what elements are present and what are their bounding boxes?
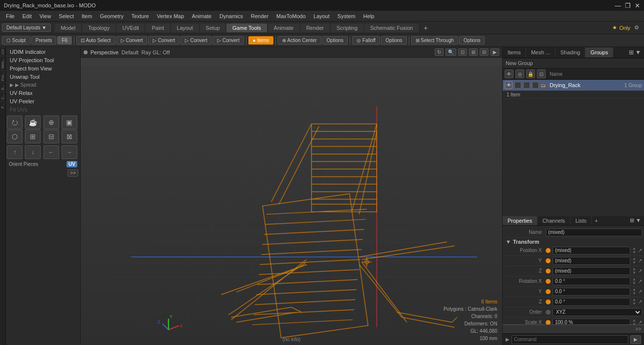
left-side-tab-color[interactable]: C... [0, 92, 5, 101]
group-lock-btn[interactable]: 🔒 [526, 69, 535, 78]
tab-topology[interactable]: Topology [82, 23, 115, 32]
props-expand-btn[interactable]: ⊞ ▼ [627, 216, 644, 225]
convert-btn-2[interactable]: ▷ Convert [148, 36, 179, 45]
uv-peeler-btn[interactable]: UV Peeler [7, 97, 79, 105]
f6-btn[interactable]: F6 [57, 36, 72, 45]
vp-minus-btn[interactable]: ⊟ [480, 48, 489, 56]
group-item-checkbox-2[interactable] [523, 82, 530, 89]
pos-y-link-icon[interactable]: ↗ [638, 258, 642, 263]
left-side-tab-edge[interactable]: E... [0, 82, 5, 92]
udim-indicator-btn[interactable]: UDIM Indicator [7, 48, 79, 56]
project-from-view-btn[interactable]: Project from View [7, 65, 79, 72]
falloff-btn[interactable]: ◎ Falloff [352, 36, 380, 45]
scale-x-dot[interactable] [546, 320, 551, 325]
menu-select[interactable]: Select [55, 12, 78, 20]
convert-btn-4[interactable]: ▷ Convert [213, 36, 244, 45]
options-btn-1[interactable]: Options [322, 36, 348, 45]
group-item-vis-icon[interactable]: 👁 [505, 81, 512, 89]
menu-texture[interactable]: Texture [128, 12, 153, 20]
rotation-x-dot[interactable] [546, 279, 551, 284]
rot-x-link-icon[interactable]: ↗ [638, 278, 642, 284]
rotation-y-value[interactable]: 0.0 ° [553, 288, 630, 296]
scale-x-value[interactable]: 100.0 % [553, 319, 630, 325]
expand-btn[interactable]: >> [67, 169, 78, 177]
arrow-down-btn[interactable]: ↓ [25, 145, 41, 159]
pos-x-link-icon[interactable]: ↗ [638, 248, 642, 253]
viewport-canvas[interactable]: X Z Y [81, 58, 502, 345]
pos-z-down-arrow[interactable]: ▼ [632, 271, 636, 275]
items-btn[interactable]: ● Items [248, 36, 273, 45]
tab-plus-btn[interactable]: + [420, 23, 431, 33]
uv-projection-tool-btn[interactable]: UV Projection Tool [7, 56, 79, 64]
rotation-x-value[interactable]: 0.0 ° [553, 277, 630, 285]
menu-file[interactable]: File [2, 12, 19, 20]
select-through-btn[interactable]: ⊞ Select Through [411, 36, 458, 45]
unwrap-tool-btn[interactable]: Unwrap Tool [7, 73, 79, 81]
props-tab-lists[interactable]: Lists [571, 216, 592, 225]
right-tab-items[interactable]: Items [503, 47, 526, 57]
name-prop-value[interactable]: (mixed) [546, 229, 642, 236]
props-tab-properties[interactable]: Properties [503, 216, 537, 225]
tab-layout[interactable]: Layout [171, 23, 199, 32]
tab-game-tools[interactable]: Game Tools [226, 23, 267, 32]
left-side-tab-poly[interactable]: Pol... [0, 70, 5, 82]
icon-btn-8[interactable]: ⊠ [62, 130, 77, 143]
position-x-value[interactable]: (mixed) [553, 247, 630, 254]
menu-maxtomodo[interactable]: MaxToModo [272, 12, 310, 20]
group-type-btn[interactable]: ⊡ [537, 69, 546, 78]
group-item-row[interactable]: 👁 🗂 Drying_Rack 1 Group [503, 80, 644, 91]
rot-y-link-icon[interactable]: ↗ [638, 289, 642, 294]
menu-layout[interactable]: Layout [310, 12, 333, 20]
position-y-value[interactable]: (mixed) [553, 257, 630, 265]
pos-x-down-arrow[interactable]: ▼ [632, 251, 636, 254]
pos-y-down-arrow[interactable]: ▼ [632, 261, 636, 265]
icon-btn-3[interactable]: ⊕ [44, 115, 59, 129]
menu-vertex-map[interactable]: Vertex Map [153, 12, 188, 20]
right-tab-mesh[interactable]: Mesh ... [526, 47, 555, 57]
options-btn-3[interactable]: Options [459, 36, 485, 45]
rotation-z-value[interactable]: 0.0 ° [553, 298, 630, 306]
tab-animate[interactable]: Animate [268, 23, 299, 32]
fit-uvs-btn[interactable]: Fit UVs [7, 106, 79, 114]
menu-system[interactable]: System [333, 12, 359, 20]
vp-play-btn[interactable]: ▶ [490, 48, 499, 56]
props-tab-channels[interactable]: Channels [537, 216, 570, 225]
position-z-value[interactable]: (mixed) [553, 267, 630, 275]
tab-render[interactable]: Render [300, 23, 330, 32]
convert-btn-1[interactable]: ▷ Convert [116, 36, 148, 45]
tab-setup[interactable]: Setup [200, 23, 226, 32]
left-side-tab-uv[interactable]: UV [0, 47, 5, 56]
options-btn-2[interactable]: Options [381, 36, 406, 45]
rotation-z-dot[interactable] [546, 299, 551, 304]
menu-animate[interactable]: Animate [188, 12, 215, 20]
spread-section[interactable]: ▶ ▶ Spread [7, 81, 79, 89]
vp-zoom-btn[interactable]: 🔍 [445, 48, 456, 56]
convert-btn-3[interactable]: ▷ Convert [180, 36, 212, 45]
menu-geometry[interactable]: Geometry [96, 12, 127, 20]
menu-dynamics[interactable]: Dynamics [216, 12, 247, 20]
rotation-y-dot[interactable] [546, 289, 551, 294]
pos-z-link-icon[interactable]: ↗ [638, 268, 642, 274]
icon-btn-6[interactable]: ⊞ [25, 130, 41, 143]
icon-btn-5[interactable]: ⬡ [7, 130, 22, 143]
menu-item[interactable]: Item [78, 12, 96, 20]
order-select[interactable]: XYZ XZY YXZ YZX ZXY ZYX [553, 308, 642, 316]
command-run-btn[interactable]: ▶ [630, 335, 641, 344]
position-x-dot[interactable] [546, 248, 551, 253]
transform-section-header[interactable]: ▼ Transform [505, 238, 642, 246]
default-layouts-btn[interactable]: Default Layouts ▼ [2, 23, 51, 32]
group-render-btn[interactable]: ◎ [515, 69, 524, 78]
position-y-dot[interactable] [546, 258, 551, 263]
minimize-btn[interactable]: — [615, 2, 621, 9]
vp-rotate-btn[interactable]: ↻ [435, 48, 444, 56]
arrow-right-btn[interactable]: → [62, 145, 77, 159]
icon-btn-2[interactable]: ☕ [25, 115, 41, 129]
arrow-up-btn[interactable]: ↑ [7, 145, 22, 159]
tab-uvedit[interactable]: UVEdit [116, 23, 145, 32]
auto-select-btn[interactable]: ⊡ Auto Select [76, 36, 115, 45]
uv-relax-btn[interactable]: UV Relax [7, 89, 79, 97]
right-tab-shading[interactable]: Shading [555, 47, 585, 57]
bottom-expand-arrows[interactable]: >> [633, 326, 643, 332]
vp-grid-btn[interactable]: ⊞ [469, 48, 478, 56]
tab-model[interactable]: Model [55, 23, 81, 32]
